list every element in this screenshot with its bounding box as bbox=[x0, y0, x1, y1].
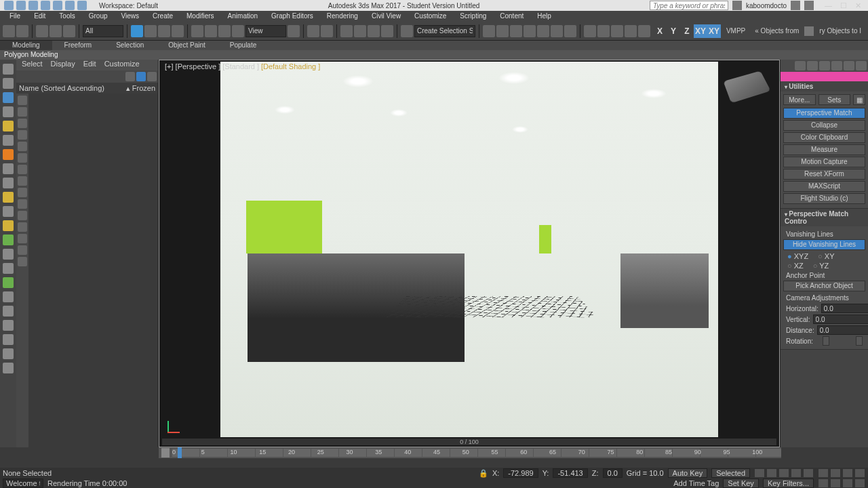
nav2-icon2[interactable] bbox=[830, 479, 841, 488]
coord-z[interactable]: 0.0 bbox=[603, 468, 623, 478]
sx-close-icon[interactable] bbox=[125, 72, 135, 81]
render2-button[interactable] bbox=[625, 25, 637, 37]
sx-f12-icon[interactable] bbox=[18, 222, 27, 232]
util-color-clipboard[interactable]: Color Clipboard bbox=[783, 132, 865, 143]
cp-modify-icon[interactable] bbox=[807, 61, 818, 70]
util-motion-capture[interactable]: Motion Capture bbox=[783, 157, 865, 167]
lc-systems-icon[interactable] bbox=[3, 149, 14, 160]
sx-f2-icon[interactable] bbox=[18, 107, 27, 117]
lc-misc9-icon[interactable] bbox=[3, 320, 14, 331]
tab-objectpaint[interactable]: Object Paint bbox=[156, 41, 217, 50]
lc-misc3-icon[interactable] bbox=[3, 235, 14, 245]
prev-frame-button[interactable] bbox=[766, 468, 777, 478]
menu-edit[interactable]: Edit bbox=[27, 11, 52, 22]
rollout-pm[interactable]: Perspective Match Contro bbox=[781, 209, 868, 226]
axis-xy[interactable]: XY bbox=[694, 24, 707, 38]
region-rect-button[interactable] bbox=[158, 25, 170, 37]
lc-misc8-icon[interactable] bbox=[3, 306, 14, 317]
rot-left[interactable] bbox=[823, 336, 829, 346]
select-name-button[interactable] bbox=[144, 25, 157, 37]
lc-lights-icon[interactable] bbox=[3, 92, 14, 103]
menu-modifiers[interactable]: Modifiers bbox=[180, 11, 221, 22]
nav-icon4[interactable] bbox=[854, 468, 865, 478]
lc-misc10-icon[interactable] bbox=[3, 334, 14, 345]
named-sel-input[interactable] bbox=[414, 25, 475, 37]
menu-animation[interactable]: Animation bbox=[221, 11, 264, 22]
sx-f15-icon[interactable] bbox=[18, 257, 27, 266]
signin-icon[interactable] bbox=[732, 1, 742, 10]
next-frame-button[interactable] bbox=[791, 468, 802, 478]
menu-content[interactable]: Content bbox=[493, 11, 530, 22]
app-icon[interactable] bbox=[4, 1, 14, 10]
selection-filter[interactable] bbox=[83, 25, 123, 37]
scale-button[interactable] bbox=[218, 25, 231, 37]
vl-xy[interactable]: XY bbox=[818, 252, 834, 260]
viewport-label[interactable]: [+] [Perspective ] [Standard ] [Default … bbox=[165, 62, 320, 70]
menu-rendering[interactable]: Rendering bbox=[320, 11, 365, 22]
lc-nurbs-icon[interactable] bbox=[3, 192, 14, 203]
maxscript-listener[interactable] bbox=[3, 479, 43, 488]
sx-lock-icon[interactable] bbox=[147, 72, 157, 81]
lc-misc4-icon[interactable] bbox=[3, 249, 14, 260]
pivot-button[interactable] bbox=[288, 25, 300, 37]
schematic-button[interactable] bbox=[551, 25, 563, 37]
axis-xy2[interactable]: XY bbox=[707, 24, 721, 38]
ref-coord[interactable] bbox=[245, 25, 286, 37]
sx-col-frozen[interactable]: ▴ Frozen bbox=[126, 83, 155, 94]
menu-graph[interactable]: Graph Editors bbox=[264, 11, 320, 22]
sx-tree[interactable] bbox=[28, 94, 158, 447]
toggle-ribbon-button[interactable] bbox=[524, 25, 536, 37]
redo-button[interactable] bbox=[16, 25, 28, 37]
link-button[interactable] bbox=[36, 25, 48, 37]
viewcube[interactable] bbox=[724, 70, 771, 103]
tab-freeform[interactable]: Freeform bbox=[52, 41, 104, 50]
viewport[interactable]: [+] [Perspective ] [Standard ] [Default … bbox=[159, 60, 780, 447]
tab-modeling[interactable]: Modeling bbox=[0, 41, 52, 50]
sx-f1-icon[interactable] bbox=[18, 96, 27, 105]
lc-particle-icon[interactable] bbox=[3, 178, 14, 188]
close-button[interactable]: ✕ bbox=[855, 1, 861, 10]
menu-create[interactable]: Create bbox=[146, 11, 180, 22]
populate-icon[interactable] bbox=[804, 26, 814, 36]
sx-menu-select[interactable]: Select bbox=[22, 60, 43, 70]
lc-misc7-icon[interactable] bbox=[3, 291, 14, 302]
render3-button[interactable] bbox=[638, 25, 650, 37]
align-button[interactable] bbox=[496, 25, 509, 37]
sx-f10-icon[interactable] bbox=[18, 199, 27, 209]
coord-x[interactable]: -72.989 bbox=[503, 468, 538, 478]
util-flight-studio[interactable]: Flight Studio (c) bbox=[783, 193, 865, 204]
tab-populate[interactable]: Populate bbox=[218, 41, 269, 50]
setkey-button[interactable]: Set Key bbox=[723, 479, 759, 488]
keyfilters-button[interactable]: Key Filters... bbox=[763, 479, 814, 488]
util-collapse[interactable]: Collapse bbox=[783, 120, 865, 131]
menu-tools[interactable]: Tools bbox=[52, 11, 81, 22]
nav-icon2[interactable] bbox=[830, 468, 841, 478]
rot-right[interactable] bbox=[856, 336, 863, 346]
menu-group[interactable]: Group bbox=[82, 11, 115, 22]
save-icon[interactable] bbox=[41, 1, 50, 10]
lc-space-icon[interactable] bbox=[3, 135, 14, 146]
unlink-button[interactable] bbox=[50, 25, 62, 37]
add-time-tag[interactable]: Add Time Tag bbox=[673, 479, 719, 487]
help-icon[interactable] bbox=[804, 1, 814, 10]
new-icon[interactable] bbox=[16, 1, 26, 10]
autokey-button[interactable]: Auto Key bbox=[668, 468, 708, 478]
coord-y[interactable]: -51.413 bbox=[553, 468, 587, 478]
time-track[interactable]: 0510152025303540455055606570758085909510… bbox=[172, 449, 781, 457]
sx-f6-icon[interactable] bbox=[18, 153, 27, 163]
rotate-button[interactable] bbox=[205, 25, 217, 37]
cp-display-icon[interactable] bbox=[844, 61, 854, 70]
config-button[interactable]: ▦ bbox=[853, 94, 865, 105]
cp-create-icon[interactable] bbox=[795, 61, 806, 70]
menu-customize[interactable]: Customize bbox=[408, 11, 453, 22]
sx-f9-icon[interactable] bbox=[18, 188, 27, 197]
named-sel-button[interactable] bbox=[401, 25, 413, 37]
curve-editor-button[interactable] bbox=[537, 25, 549, 37]
axis-y[interactable]: Y bbox=[667, 24, 680, 38]
horiz-input[interactable] bbox=[821, 304, 868, 313]
select-button[interactable] bbox=[131, 25, 143, 37]
material-editor-button[interactable] bbox=[564, 25, 576, 37]
maximize-button[interactable]: ☐ bbox=[840, 1, 847, 10]
lc-misc5-icon[interactable] bbox=[3, 263, 14, 274]
open-icon[interactable] bbox=[28, 1, 38, 10]
